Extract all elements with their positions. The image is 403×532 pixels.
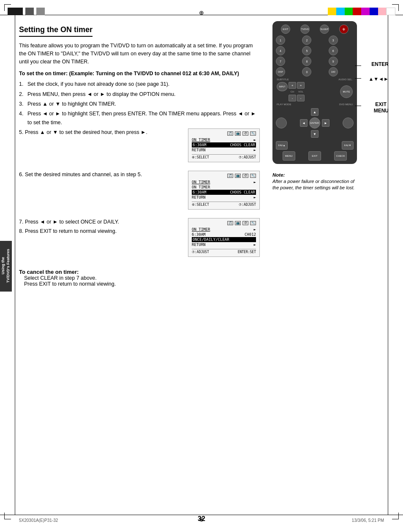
- remote-sleep-btn[interactable]: SLEEP: [320, 25, 329, 34]
- screen1-icon4: 🔧: [250, 131, 256, 136]
- remote-btn-0[interactable]: 0: [302, 67, 311, 76]
- remote-btn-8[interactable]: 8: [302, 57, 311, 66]
- step-7-8-with-diagram: 7. Press ◄ or ► to select ONCE or DAILY.…: [19, 218, 260, 262]
- remote-dpad-left[interactable]: ◄: [300, 119, 308, 127]
- step-6-text: Set the desired minutes and channel, as …: [25, 172, 142, 177]
- screen2-row3: 6:30AM CHOOS CLEAR: [192, 190, 256, 195]
- remote-label-row: SUBTITLE AUDIO SEL.: [276, 78, 354, 81]
- step-5: 5. Press ▲ or ▼ to set the desired hour,…: [19, 128, 184, 136]
- step-8-text: Press EXIT to return to normal viewing.: [25, 228, 117, 234]
- screen2-footer: ⑥:SELECT ⑦:ADJUST: [192, 202, 256, 207]
- step-6-num: 6.: [19, 172, 23, 177]
- screen2-icon4: 🔧: [250, 174, 256, 178]
- remote-num-grid: 1 2 3 4 5 6 7 8 9 DISP 0 100: [276, 35, 354, 76]
- remote-btn-2[interactable]: 2: [302, 35, 311, 45]
- remote-check-btn[interactable]: CHECK: [334, 151, 347, 161]
- screen3-row2: 6:30AM CH012: [192, 232, 256, 237]
- remote-dpad: ▲ ◄ ENTER ► ▼: [300, 108, 329, 138]
- remote-btn-9[interactable]: 9: [329, 57, 338, 66]
- step-8-num: 8.: [19, 228, 23, 234]
- screen2-row3-label: 6:30AM: [193, 190, 207, 194]
- remote-btn-4[interactable]: 4: [276, 46, 285, 55]
- remote-btn-3[interactable]: 3: [329, 35, 338, 45]
- screen3-footer: ⑦:ADJUST ENTER:SET: [192, 249, 256, 254]
- remote-vol-down[interactable]: -: [297, 95, 305, 101]
- screen1: 🎵 📺 ⏱ 🔧 ON TIMER ► 6:30AM CHOOS CLEAR: [188, 128, 260, 162]
- arrows-line: [355, 78, 361, 79]
- note-box: Note: After a power failure or disconnec…: [272, 172, 357, 191]
- step-2-text: Press MENU, then press ◄ or ► to display…: [27, 90, 260, 99]
- step-5-with-diagram: 5. Press ▲ or ▼ to set the desired hour,…: [19, 128, 260, 167]
- remote-tvdvd-btn[interactable]: TV/DVD: [300, 25, 310, 34]
- remote-dpad-up[interactable]: ▲: [311, 108, 319, 116]
- screen2-row1: ON TIMER ►: [192, 180, 256, 185]
- step-4: 4. Press ◄ or ► to highlight SET, then p…: [19, 109, 260, 128]
- remote-dvdmenu-label: DVD MENU: [339, 103, 353, 106]
- remote-ch-down[interactable]: -: [289, 95, 296, 101]
- screen3-row1-val: ►: [254, 227, 256, 232]
- screen2-footer-left: ⑥:SELECT: [192, 203, 209, 207]
- corner-mark-br: [392, 513, 399, 519]
- remote-menu-btn[interactable]: MENU: [283, 151, 295, 161]
- remote-exit-bottom-btn[interactable]: EXIT: [308, 151, 321, 161]
- remote-vol-up[interactable]: +: [297, 82, 305, 89]
- page-number: 32: [198, 515, 205, 523]
- step-3: 3. Press ▲ or ▼ to highlight ON TIMER.: [19, 100, 260, 109]
- step-1-text: Set the clock, if you have not already d…: [27, 80, 260, 89]
- remote-btn-5[interactable]: 5: [302, 46, 311, 55]
- enter-line: [355, 65, 361, 66]
- remote-play-dvd-labels: PLAY MODE DVD MENU: [276, 103, 354, 106]
- screen3: 🎵 📺 ⏱ 🔧 ON TIMER ► 6:30AM CH012: [188, 218, 260, 257]
- remote-dvdmenu-btn[interactable]: [343, 117, 354, 128]
- cancel-line2: Press EXIT to return to normal viewing.: [24, 281, 260, 287]
- intro-text: This feature allows you to program the T…: [19, 42, 260, 65]
- remote-top-row: EXIT TV/DVD SLEEP ⏻: [276, 25, 354, 34]
- remote-exit-btn[interactable]: EXIT: [281, 25, 290, 34]
- screen2-footer-right: ⑦:ADJUST: [239, 203, 256, 207]
- remote-btn-100[interactable]: 100: [329, 67, 338, 76]
- screen3-footer-left: ⑦:ADJUST: [192, 250, 209, 254]
- remote-playmode-btn[interactable]: [276, 117, 287, 128]
- screen3-icon2: 📺: [235, 221, 241, 225]
- remote-btn-7[interactable]: 7: [276, 57, 285, 66]
- screen2-row4-label: RETURN: [192, 195, 206, 199]
- remote-btn-1[interactable]: 1: [276, 35, 285, 45]
- screen3-icon3: ⏱: [242, 221, 248, 225]
- remote-wrapper: EXIT TV/DVD SLEEP ⏻ 1 2 3 4 5 6: [272, 21, 357, 191]
- remote-fav-left[interactable]: FAV▲: [276, 141, 288, 150]
- remote-btn-6[interactable]: 6: [329, 46, 338, 55]
- step-5-area: 5. Press ▲ or ▼ to set the desired hour,…: [19, 128, 184, 136]
- screen1-row2-val: CHOOS CLEAR: [230, 143, 255, 147]
- remote-btn-display[interactable]: DISP: [276, 67, 285, 76]
- cancel-line1: Select CLEAR in step 7 above.: [24, 275, 260, 281]
- exit-label: EXIT: [375, 101, 387, 107]
- remote-input-btn[interactable]: INPUT: [277, 82, 288, 91]
- screen2-row4-val: ►: [254, 195, 256, 199]
- bottom-info-left: 5X20301A(E)P31-32: [19, 518, 58, 523]
- step-4-text: Press ◄ or ► to highlight SET, then pres…: [27, 109, 260, 128]
- screen1-row1: ON TIMER ►: [192, 137, 256, 142]
- remote-fav-right[interactable]: FAV▼: [342, 141, 354, 150]
- remote-dpad-right[interactable]: ►: [322, 119, 329, 127]
- remote-ch-up[interactable]: +: [289, 82, 296, 89]
- cancel-heading: To cancel the on timer:: [19, 269, 260, 275]
- step-1: 1. Set the clock, if you have not alread…: [19, 80, 260, 89]
- remote-control: EXIT TV/DVD SLEEP ⏻ 1 2 3 4 5 6: [272, 21, 357, 164]
- step-5-text: Press ▲ or ▼ to set the desired hour, th…: [25, 129, 147, 135]
- remote-power-btn[interactable]: ⏻: [339, 25, 349, 34]
- step-4-num: 4.: [19, 109, 27, 128]
- remote-dpad-enter[interactable]: ENTER: [309, 117, 320, 128]
- remote-vol-label: VOL: [297, 90, 305, 94]
- remote-area: EXIT TV/DVD SLEEP ⏻ 1 2 3 4 5 6: [272, 21, 357, 164]
- remote-mute-btn[interactable]: MUTE: [340, 85, 353, 98]
- step-7-num: 7.: [19, 219, 23, 225]
- step-6-area: 6. Set the desired minutes and channel, …: [19, 171, 184, 179]
- cancel-section: To cancel the on timer: Select CLEAR in …: [19, 269, 260, 287]
- remote-dpad-down[interactable]: ▼: [311, 130, 319, 138]
- screen1-row3-label: RETURN: [192, 148, 206, 152]
- remote-dpad-area: ▲ ◄ ENTER ► ▼: [276, 106, 354, 139]
- step-6-with-diagram: 6. Set the desired minutes and channel, …: [19, 171, 260, 215]
- enter-label: ENTER: [371, 61, 389, 67]
- screen3-row4-label: RETURN: [192, 243, 206, 247]
- screen1-row1-label: ON TIMER: [192, 138, 210, 142]
